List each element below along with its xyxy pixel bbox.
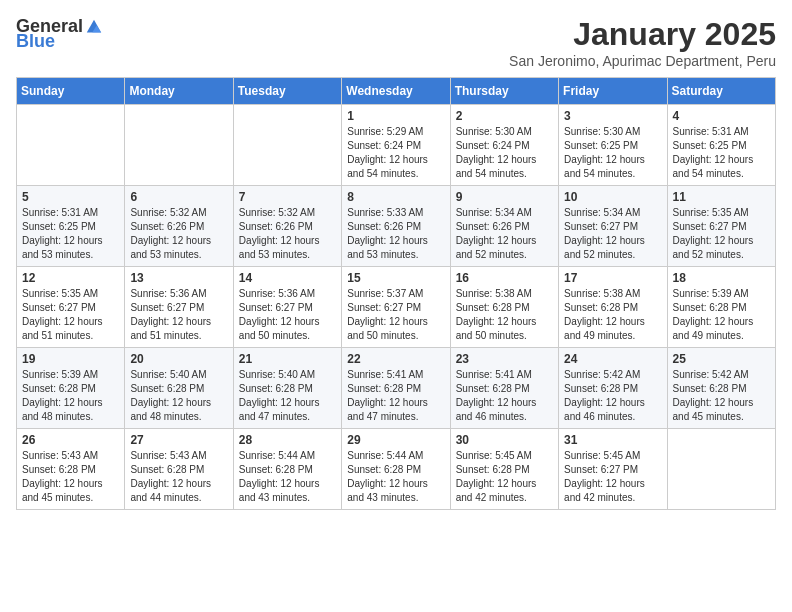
day-info: Sunrise: 5:33 AMSunset: 6:26 PMDaylight:…	[347, 206, 444, 262]
week-row-5: 26Sunrise: 5:43 AMSunset: 6:28 PMDayligh…	[17, 429, 776, 510]
day-info: Sunrise: 5:38 AMSunset: 6:28 PMDaylight:…	[456, 287, 553, 343]
day-number: 8	[347, 190, 444, 204]
day-number: 12	[22, 271, 119, 285]
day-info: Sunrise: 5:35 AMSunset: 6:27 PMDaylight:…	[673, 206, 770, 262]
day-number: 18	[673, 271, 770, 285]
calendar-cell: 12Sunrise: 5:35 AMSunset: 6:27 PMDayligh…	[17, 267, 125, 348]
day-info: Sunrise: 5:32 AMSunset: 6:26 PMDaylight:…	[130, 206, 227, 262]
day-info: Sunrise: 5:31 AMSunset: 6:25 PMDaylight:…	[22, 206, 119, 262]
day-info: Sunrise: 5:43 AMSunset: 6:28 PMDaylight:…	[130, 449, 227, 505]
day-number: 15	[347, 271, 444, 285]
calendar-cell: 6Sunrise: 5:32 AMSunset: 6:26 PMDaylight…	[125, 186, 233, 267]
calendar-cell: 1Sunrise: 5:29 AMSunset: 6:24 PMDaylight…	[342, 105, 450, 186]
title-block: January 2025 San Jeronimo, Apurimac Depa…	[509, 16, 776, 69]
day-number: 19	[22, 352, 119, 366]
weekday-header-thursday: Thursday	[450, 78, 558, 105]
week-row-4: 19Sunrise: 5:39 AMSunset: 6:28 PMDayligh…	[17, 348, 776, 429]
calendar-cell: 19Sunrise: 5:39 AMSunset: 6:28 PMDayligh…	[17, 348, 125, 429]
day-info: Sunrise: 5:35 AMSunset: 6:27 PMDaylight:…	[22, 287, 119, 343]
calendar-cell: 24Sunrise: 5:42 AMSunset: 6:28 PMDayligh…	[559, 348, 667, 429]
day-info: Sunrise: 5:45 AMSunset: 6:27 PMDaylight:…	[564, 449, 661, 505]
calendar-table: SundayMondayTuesdayWednesdayThursdayFrid…	[16, 77, 776, 510]
day-info: Sunrise: 5:40 AMSunset: 6:28 PMDaylight:…	[239, 368, 336, 424]
calendar-cell: 10Sunrise: 5:34 AMSunset: 6:27 PMDayligh…	[559, 186, 667, 267]
day-info: Sunrise: 5:40 AMSunset: 6:28 PMDaylight:…	[130, 368, 227, 424]
weekday-header-row: SundayMondayTuesdayWednesdayThursdayFrid…	[17, 78, 776, 105]
day-info: Sunrise: 5:34 AMSunset: 6:27 PMDaylight:…	[564, 206, 661, 262]
calendar-cell: 31Sunrise: 5:45 AMSunset: 6:27 PMDayligh…	[559, 429, 667, 510]
calendar-cell: 20Sunrise: 5:40 AMSunset: 6:28 PMDayligh…	[125, 348, 233, 429]
weekday-header-friday: Friday	[559, 78, 667, 105]
day-info: Sunrise: 5:30 AMSunset: 6:24 PMDaylight:…	[456, 125, 553, 181]
day-number: 1	[347, 109, 444, 123]
calendar-cell: 28Sunrise: 5:44 AMSunset: 6:28 PMDayligh…	[233, 429, 341, 510]
day-info: Sunrise: 5:39 AMSunset: 6:28 PMDaylight:…	[22, 368, 119, 424]
day-number: 9	[456, 190, 553, 204]
day-number: 6	[130, 190, 227, 204]
day-info: Sunrise: 5:41 AMSunset: 6:28 PMDaylight:…	[456, 368, 553, 424]
calendar-cell: 5Sunrise: 5:31 AMSunset: 6:25 PMDaylight…	[17, 186, 125, 267]
weekday-header-saturday: Saturday	[667, 78, 775, 105]
calendar-cell	[233, 105, 341, 186]
calendar-cell: 17Sunrise: 5:38 AMSunset: 6:28 PMDayligh…	[559, 267, 667, 348]
day-info: Sunrise: 5:42 AMSunset: 6:28 PMDaylight:…	[673, 368, 770, 424]
calendar-cell: 18Sunrise: 5:39 AMSunset: 6:28 PMDayligh…	[667, 267, 775, 348]
logo-blue: Blue	[16, 31, 55, 52]
day-info: Sunrise: 5:38 AMSunset: 6:28 PMDaylight:…	[564, 287, 661, 343]
day-info: Sunrise: 5:37 AMSunset: 6:27 PMDaylight:…	[347, 287, 444, 343]
calendar-cell: 16Sunrise: 5:38 AMSunset: 6:28 PMDayligh…	[450, 267, 558, 348]
weekday-header-sunday: Sunday	[17, 78, 125, 105]
weekday-header-monday: Monday	[125, 78, 233, 105]
day-number: 3	[564, 109, 661, 123]
weekday-header-tuesday: Tuesday	[233, 78, 341, 105]
calendar-cell: 2Sunrise: 5:30 AMSunset: 6:24 PMDaylight…	[450, 105, 558, 186]
day-number: 24	[564, 352, 661, 366]
calendar-cell: 15Sunrise: 5:37 AMSunset: 6:27 PMDayligh…	[342, 267, 450, 348]
day-number: 23	[456, 352, 553, 366]
calendar-cell: 13Sunrise: 5:36 AMSunset: 6:27 PMDayligh…	[125, 267, 233, 348]
day-number: 13	[130, 271, 227, 285]
day-number: 2	[456, 109, 553, 123]
main-title: January 2025	[509, 16, 776, 53]
calendar-cell: 21Sunrise: 5:40 AMSunset: 6:28 PMDayligh…	[233, 348, 341, 429]
day-number: 29	[347, 433, 444, 447]
day-info: Sunrise: 5:43 AMSunset: 6:28 PMDaylight:…	[22, 449, 119, 505]
day-info: Sunrise: 5:36 AMSunset: 6:27 PMDaylight:…	[130, 287, 227, 343]
logo: General Blue	[16, 16, 103, 52]
day-info: Sunrise: 5:29 AMSunset: 6:24 PMDaylight:…	[347, 125, 444, 181]
day-number: 30	[456, 433, 553, 447]
calendar-cell: 8Sunrise: 5:33 AMSunset: 6:26 PMDaylight…	[342, 186, 450, 267]
day-number: 28	[239, 433, 336, 447]
calendar-cell: 25Sunrise: 5:42 AMSunset: 6:28 PMDayligh…	[667, 348, 775, 429]
day-number: 17	[564, 271, 661, 285]
week-row-1: 1Sunrise: 5:29 AMSunset: 6:24 PMDaylight…	[17, 105, 776, 186]
day-number: 11	[673, 190, 770, 204]
day-info: Sunrise: 5:44 AMSunset: 6:28 PMDaylight:…	[239, 449, 336, 505]
day-info: Sunrise: 5:32 AMSunset: 6:26 PMDaylight:…	[239, 206, 336, 262]
day-number: 27	[130, 433, 227, 447]
day-number: 25	[673, 352, 770, 366]
calendar-cell: 26Sunrise: 5:43 AMSunset: 6:28 PMDayligh…	[17, 429, 125, 510]
day-info: Sunrise: 5:42 AMSunset: 6:28 PMDaylight:…	[564, 368, 661, 424]
day-number: 16	[456, 271, 553, 285]
day-info: Sunrise: 5:31 AMSunset: 6:25 PMDaylight:…	[673, 125, 770, 181]
calendar-cell: 23Sunrise: 5:41 AMSunset: 6:28 PMDayligh…	[450, 348, 558, 429]
header: General Blue January 2025 San Jeronimo, …	[16, 16, 776, 69]
logo-icon	[85, 18, 103, 36]
calendar-cell: 11Sunrise: 5:35 AMSunset: 6:27 PMDayligh…	[667, 186, 775, 267]
day-number: 10	[564, 190, 661, 204]
calendar-cell: 4Sunrise: 5:31 AMSunset: 6:25 PMDaylight…	[667, 105, 775, 186]
calendar-cell: 14Sunrise: 5:36 AMSunset: 6:27 PMDayligh…	[233, 267, 341, 348]
day-number: 21	[239, 352, 336, 366]
calendar-cell	[17, 105, 125, 186]
calendar-cell	[125, 105, 233, 186]
calendar-cell: 9Sunrise: 5:34 AMSunset: 6:26 PMDaylight…	[450, 186, 558, 267]
calendar-cell: 22Sunrise: 5:41 AMSunset: 6:28 PMDayligh…	[342, 348, 450, 429]
day-info: Sunrise: 5:41 AMSunset: 6:28 PMDaylight:…	[347, 368, 444, 424]
day-info: Sunrise: 5:34 AMSunset: 6:26 PMDaylight:…	[456, 206, 553, 262]
day-info: Sunrise: 5:30 AMSunset: 6:25 PMDaylight:…	[564, 125, 661, 181]
calendar-cell: 7Sunrise: 5:32 AMSunset: 6:26 PMDaylight…	[233, 186, 341, 267]
day-info: Sunrise: 5:44 AMSunset: 6:28 PMDaylight:…	[347, 449, 444, 505]
day-info: Sunrise: 5:36 AMSunset: 6:27 PMDaylight:…	[239, 287, 336, 343]
day-info: Sunrise: 5:39 AMSunset: 6:28 PMDaylight:…	[673, 287, 770, 343]
